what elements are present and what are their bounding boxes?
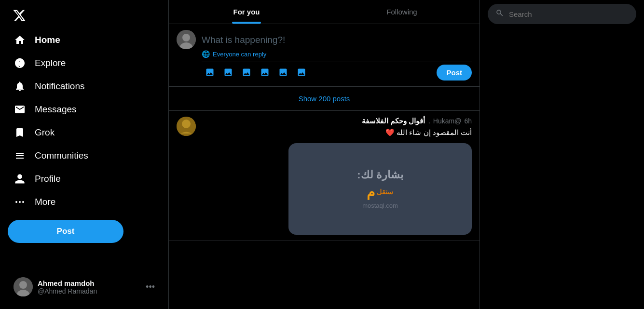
- user-info: Ahmed mamdoh @Ahmed Ramadan: [38, 279, 141, 295]
- user-name: Ahmed mamdoh: [38, 279, 141, 287]
- compose-image-btn-4[interactable]: [257, 64, 273, 81]
- sidebar-item-more[interactable]: More: [8, 191, 161, 213]
- main-feed: For you Following What is happening?! 🌐 …: [169, 0, 480, 309]
- tab-following[interactable]: Following: [324, 0, 480, 24]
- tweet-handle: @Hukam: [433, 117, 462, 125]
- tweet-content: 6h @Hukam . أقوال وحكم الفلاسفة أنت المق…: [202, 117, 472, 235]
- grok-icon: [14, 126, 26, 139]
- compose-actions: Post: [202, 64, 472, 81]
- compose-image-btn-2[interactable]: [220, 64, 236, 81]
- sidebar-item-home-label: Home: [35, 35, 60, 45]
- communities-icon: [14, 149, 26, 162]
- sidebar-item-profile-label: Profile: [35, 174, 61, 184]
- tweet-time: 6h: [464, 117, 472, 125]
- right-panel: [480, 0, 644, 309]
- svg-point-2: [22, 201, 24, 203]
- sidebar-item-messages-label: Messages: [35, 104, 77, 115]
- x-logo[interactable]: [8, 4, 31, 27]
- compose-placeholder[interactable]: What is happening?!: [202, 30, 472, 50]
- user-avatar: [14, 277, 33, 296]
- post-button[interactable]: Post: [8, 220, 123, 243]
- compose-image-btn-3[interactable]: [238, 64, 255, 81]
- tweet-image: بشارة لك: م ستقل mostaql.com: [288, 143, 472, 235]
- svg-point-4: [19, 281, 27, 289]
- svg-point-7: [182, 34, 190, 41]
- sidebar-item-grok[interactable]: Grok: [8, 121, 161, 144]
- home-icon: [14, 34, 26, 46]
- tweet-name: أقوال وحكم الفلاسفة: [362, 117, 425, 125]
- explore-icon: [14, 57, 26, 69]
- search-input[interactable]: [509, 10, 629, 18]
- feed-tabs: For you Following: [169, 0, 480, 24]
- mail-icon: [14, 103, 26, 116]
- reply-setting[interactable]: 🌐 Everyone can reply: [202, 50, 472, 58]
- sidebar: Home Explore Notifications Messages Grok: [0, 0, 169, 309]
- compose-divider: [202, 62, 472, 62]
- compose-avatar: [177, 30, 196, 49]
- user-more-button[interactable]: •••: [146, 282, 155, 292]
- more-icon: [14, 196, 26, 208]
- sidebar-item-home[interactable]: Home: [8, 29, 161, 51]
- user-profile-area[interactable]: Ahmed mamdoh @Ahmed Ramadan •••: [8, 272, 161, 301]
- tweet-image-text: بشارة لك:: [357, 169, 403, 181]
- compose-post-button[interactable]: Post: [437, 65, 472, 81]
- sidebar-item-grok-label: Grok: [35, 127, 55, 138]
- search-bar[interactable]: [488, 4, 636, 24]
- tweet-body: أنت المقصود إن شاء الله ❤️: [202, 127, 472, 138]
- svg-point-0: [15, 201, 17, 203]
- tweet-avatar: [177, 117, 196, 136]
- sidebar-item-explore-label: Explore: [35, 58, 66, 68]
- sidebar-item-notifications-label: Notifications: [35, 81, 85, 92]
- compose-right: What is happening?! 🌐 Everyone can reply: [202, 30, 472, 81]
- compose-image-btn-1[interactable]: [202, 64, 218, 81]
- compose-area: What is happening?! 🌐 Everyone can reply: [169, 24, 480, 87]
- compose-image-btn-5[interactable]: [275, 64, 291, 81]
- sidebar-item-profile[interactable]: Profile: [8, 168, 161, 190]
- globe-icon: 🌐: [202, 50, 210, 58]
- show-posts-bar[interactable]: Show 200 posts: [169, 87, 480, 111]
- sidebar-item-notifications[interactable]: Notifications: [8, 75, 161, 97]
- search-icon: [495, 9, 504, 19]
- tweet-item[interactable]: 6h @Hukam . أقوال وحكم الفلاسفة أنت المق…: [169, 111, 480, 241]
- sidebar-item-explore[interactable]: Explore: [8, 52, 161, 74]
- user-handle: @Ahmed Ramadan: [38, 287, 141, 295]
- svg-point-10: [182, 120, 191, 128]
- sidebar-item-communities[interactable]: Communities: [8, 145, 161, 167]
- tab-for-you[interactable]: For you: [169, 0, 324, 24]
- tweet-header: 6h @Hukam . أقوال وحكم الفلاسفة: [202, 117, 472, 125]
- sidebar-item-communities-label: Communities: [35, 150, 88, 161]
- profile-icon: [14, 173, 26, 185]
- sidebar-item-more-label: More: [35, 197, 55, 207]
- svg-point-1: [19, 201, 21, 203]
- bell-icon: [14, 80, 26, 93]
- compose-image-btn-6[interactable]: [293, 64, 310, 81]
- sidebar-item-messages[interactable]: Messages: [8, 98, 161, 121]
- sidebar-nav: Home Explore Notifications Messages Grok: [8, 29, 161, 214]
- tweet-image-sub: mostaql.com: [357, 202, 403, 209]
- compose-icons: [202, 64, 310, 81]
